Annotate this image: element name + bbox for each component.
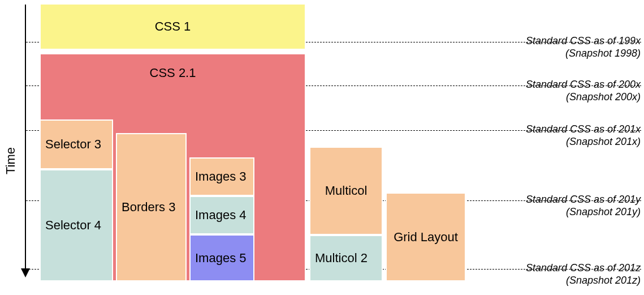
block-label: Images 3 (195, 169, 247, 184)
block-borders3: Borders 3 (116, 133, 187, 281)
time-axis-arrowhead (21, 268, 30, 277)
caption-subtitle: (Snapshot 200x) (526, 91, 641, 104)
caption-201y: Standard CSS as of 201y (Snapshot 201y) (526, 194, 641, 218)
caption-title: Standard CSS as of 200x (526, 79, 641, 90)
block-label: Selector 3 (45, 137, 101, 152)
caption-201x: Standard CSS as of 201x (Snapshot 201x) (526, 123, 641, 148)
block-label: Images 5 (195, 251, 247, 266)
time-axis-line (25, 5, 26, 270)
block-multicol: Multicol (309, 147, 383, 235)
block-label: Borders 3 (122, 200, 175, 215)
block-label: Multicol (325, 183, 368, 198)
caption-title: Standard CSS as of 199x (526, 35, 641, 46)
block-multicol2: Multicol 2 (309, 235, 383, 281)
caption-title: Standard CSS as of 201x (526, 123, 641, 135)
block-images4: Images 4 (189, 196, 254, 234)
diagram-stage: Time Standard CSS as of 199x (Snapshot 1… (0, 0, 644, 295)
block-label: Grid Layout (394, 230, 458, 245)
caption-201z: Standard CSS as of 201z (Snapshot 201z) (526, 262, 641, 287)
block-gridlayout: Grid Layout (386, 193, 466, 281)
block-css1: CSS 1 (40, 3, 306, 50)
block-selector3: Selector 3 (40, 119, 113, 169)
block-label: CSS 2.1 (150, 66, 196, 80)
caption-200x: Standard CSS as of 200x (Snapshot 200x) (526, 79, 641, 103)
block-label: Multicol 2 (315, 251, 368, 266)
caption-subtitle: (Snapshot 1998) (526, 48, 641, 60)
caption-subtitle: (Snapshot 201y) (526, 206, 641, 219)
caption-subtitle: (Snapshot 201z) (526, 275, 641, 287)
block-images3: Images 3 (189, 157, 254, 196)
caption-title: Standard CSS as of 201y (526, 194, 641, 205)
block-label: CSS 1 (155, 19, 191, 34)
caption-title: Standard CSS as of 201z (526, 262, 641, 273)
block-images5: Images 5 (189, 234, 254, 281)
block-label: Selector 4 (45, 218, 101, 233)
caption-subtitle: (Snapshot 201x) (526, 136, 641, 148)
caption-199x: Standard CSS as of 199x (Snapshot 1998) (526, 35, 641, 59)
block-label: Images 4 (195, 208, 247, 223)
axis-label-time: Time (3, 147, 18, 174)
block-selector4: Selector 4 (40, 169, 113, 281)
